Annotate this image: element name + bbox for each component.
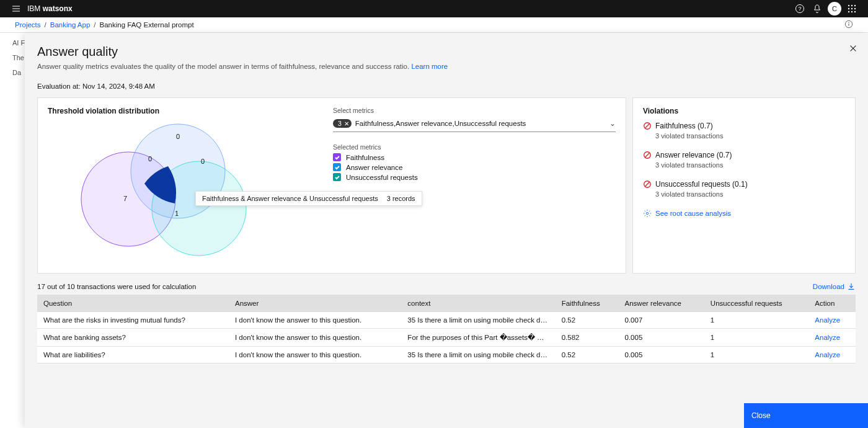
metrics-count-pill[interactable]: 3 ✕	[333, 119, 352, 128]
svg-line-26	[645, 153, 649, 157]
svg-rect-13	[848, 24, 849, 26]
avatar[interactable]: C	[826, 0, 843, 17]
violation-faithfulness: Faithfulness (0.7) 3 violated transactio…	[643, 122, 845, 140]
col-context[interactable]: context	[401, 295, 555, 312]
svg-text:0: 0	[148, 155, 152, 163]
selected-metrics-label: Selected metrics	[333, 143, 616, 151]
svg-text:7: 7	[123, 195, 127, 202]
violation-icon	[643, 180, 652, 189]
answer-quality-panel: Answer quality Answer quality metrics ev…	[25, 33, 868, 428]
svg-point-7	[854, 8, 856, 9]
brand-prefix: IBM	[27, 4, 43, 13]
breadcrumb-current: Banking FAQ External prompt	[100, 21, 194, 29]
svg-point-9	[851, 11, 852, 12]
svg-point-8	[848, 11, 849, 12]
svg-point-10	[854, 11, 856, 12]
venn-tooltip: Faithfulness & Answer relevance & Unsucc…	[195, 191, 422, 206]
page-subtitle: Answer quality metrics evaluates the qua…	[37, 63, 856, 70]
hamburger-menu[interactable]	[7, 0, 25, 17]
close-icon[interactable]	[846, 41, 861, 56]
analyze-link[interactable]: Analyze	[808, 329, 856, 347]
breadcrumb-projects[interactable]: Projects	[15, 21, 41, 29]
col-answer-relevance[interactable]: Answer relevance	[619, 295, 704, 312]
root-cause-analysis-link[interactable]: See root cause analysis	[643, 209, 845, 218]
analysis-icon	[643, 209, 652, 218]
chevron-down-icon: ⌄	[609, 119, 616, 128]
checkbox-icon	[333, 163, 341, 171]
svg-point-29	[646, 212, 649, 215]
download-icon	[847, 282, 856, 291]
analyze-link[interactable]: Analyze	[808, 347, 856, 363]
svg-text:1: 1	[175, 210, 179, 217]
violation-icon	[643, 122, 652, 130]
col-answer[interactable]: Answer	[229, 295, 401, 312]
violations-title: Violations	[643, 107, 845, 115]
svg-point-12	[848, 22, 849, 23]
breadcrumb-app[interactable]: Banking App	[50, 21, 91, 29]
col-faithfulness[interactable]: Faithfulness	[556, 295, 619, 312]
info-icon[interactable]	[844, 20, 853, 30]
svg-point-4	[854, 5, 856, 6]
svg-point-6	[851, 8, 852, 9]
venn-title: Threshold violation distribution	[48, 107, 321, 115]
select-metrics-label: Select metrics	[333, 107, 616, 114]
help-icon[interactable]: ?	[791, 0, 808, 17]
table-row: What are the risks in investing mutual f…	[37, 312, 856, 329]
transactions-table: Question Answer context Faithfulness Ans…	[37, 295, 856, 363]
metrics-multiselect[interactable]: 3 ✕ Faithfulness,Answer relevance,Unsucc…	[333, 117, 616, 132]
notification-icon[interactable]	[808, 0, 826, 17]
checkbox-icon	[333, 153, 341, 161]
svg-text:0: 0	[201, 158, 205, 165]
svg-line-24	[645, 123, 649, 128]
table-row: What are liabilities? I don't know the a…	[37, 347, 856, 363]
violation-unsuccessful-requests: Unsuccessful requests (0.1) 3 violated t…	[643, 180, 845, 198]
col-unsuccessful-requests[interactable]: Unsuccessful requests	[704, 295, 808, 312]
metric-checkbox-answer-relevance[interactable]: Answer relevance	[333, 163, 616, 171]
learn-more-link[interactable]: Learn more	[411, 63, 448, 70]
violation-icon	[643, 151, 652, 159]
violation-answer-relevance: Answer relevance (0.7) 3 violated transa…	[643, 151, 845, 169]
svg-point-5	[848, 8, 849, 9]
metric-checkbox-faithfulness[interactable]: Faithfulness	[333, 153, 616, 161]
close-button[interactable]: Close	[744, 403, 868, 428]
metric-checkbox-unsuccessful-requests[interactable]: Unsuccessful requests	[333, 173, 616, 181]
checkbox-icon	[333, 173, 341, 181]
transactions-summary: 17 out of 10 transactions were used for …	[37, 283, 196, 290]
page-title: Answer quality	[37, 45, 856, 59]
download-link[interactable]: Download	[813, 282, 856, 291]
analyze-link[interactable]: Analyze	[808, 312, 856, 329]
brand: IBM watsonx	[27, 4, 73, 13]
brand-product: watsonx	[43, 4, 73, 13]
col-action[interactable]: Action	[808, 295, 856, 312]
breadcrumb: Projects / Banking App / Banking FAQ Ext…	[0, 17, 868, 33]
evaluation-timestamp: Evaluation at: Nov 14, 2024, 9:48 AM	[37, 82, 856, 90]
col-question[interactable]: Question	[37, 295, 229, 312]
app-switcher-icon[interactable]	[843, 0, 861, 17]
svg-text:?: ?	[798, 6, 801, 12]
venn-diagram: 7 0 0 0 1 4 Faithfulness & Answer releva…	[48, 122, 321, 264]
svg-point-3	[851, 5, 852, 6]
table-row: What are banking assets? I don't know th…	[37, 329, 856, 347]
svg-line-28	[645, 182, 649, 186]
clear-metrics-icon[interactable]: ✕	[344, 120, 349, 127]
svg-text:0: 0	[176, 133, 180, 140]
svg-point-2	[848, 5, 849, 6]
